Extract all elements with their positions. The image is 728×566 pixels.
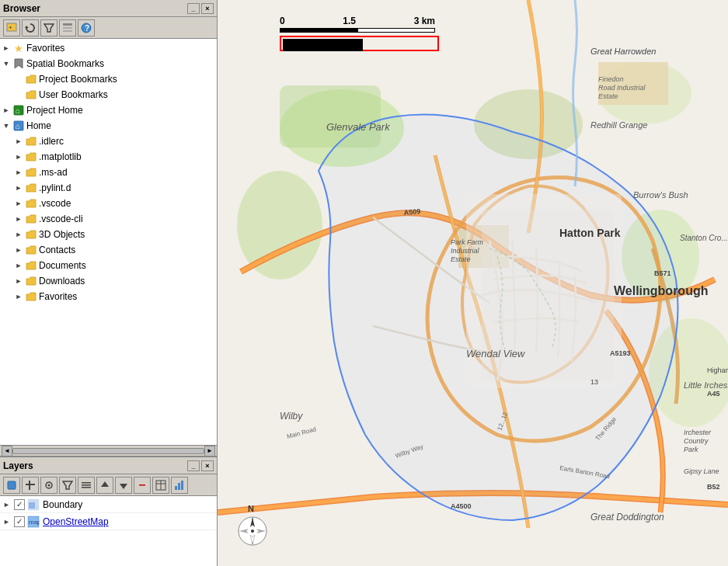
- label-vscode: .vscode: [39, 198, 71, 209]
- compass-rose: N: [233, 504, 272, 543]
- arrow-project-home[interactable]: ►: [0, 102, 12, 118]
- filter-btn[interactable]: [40, 19, 57, 36]
- browser-tree[interactable]: ► ★ Favorites ▼ Spatial Bookmarks: [0, 39, 217, 445]
- svg-text:?: ?: [85, 24, 89, 33]
- arrow-matplotlib[interactable]: ►: [12, 149, 25, 165]
- svg-text:Great Doddington: Great Doddington: [590, 512, 664, 523]
- layers-options-btn[interactable]: [78, 477, 95, 494]
- svg-text:Higham Road: Higham Road: [707, 366, 728, 374]
- label-favorites2: Favorites: [39, 291, 77, 302]
- svg-text:+: +: [9, 24, 12, 31]
- tree-item-documents[interactable]: ► Documents: [0, 258, 217, 273]
- layer-expand-osm[interactable]: ►: [3, 518, 14, 526]
- svg-text:⌂: ⌂: [16, 122, 20, 130]
- layers-header: Layers _ ×: [0, 457, 217, 474]
- arrow-documents[interactable]: ►: [12, 258, 25, 273]
- arrow-vscode-cli[interactable]: ►: [12, 211, 25, 227]
- scroll-left-btn[interactable]: ◄: [2, 446, 12, 457]
- browser-minimize-btn[interactable]: _: [187, 3, 200, 14]
- svg-rect-16: [29, 481, 30, 490]
- tree-item-project-bookmarks[interactable]: Project Bookmarks: [0, 71, 217, 87]
- svg-text:Country: Country: [684, 437, 709, 445]
- svg-text:Hatton Park: Hatton Park: [559, 227, 621, 239]
- folder-icon-vscode-cli: [25, 213, 37, 225]
- scale-labels: 0 1.5 3 km: [280, 16, 435, 26]
- browser-hscroll[interactable]: ◄ ►: [0, 445, 217, 456]
- layers-remove-btn[interactable]: [134, 477, 151, 494]
- svg-text:Irchester: Irchester: [684, 429, 712, 436]
- layers-open-btn[interactable]: [3, 477, 20, 494]
- svg-text:13: 13: [590, 378, 598, 386]
- layer-item-osm[interactable]: ► map OpenStreetMap: [0, 513, 217, 530]
- layer-item-boundary[interactable]: ► Boundary: [0, 496, 217, 513]
- arrow-idlerc[interactable]: ►: [12, 134, 25, 149]
- layers-close-btn[interactable]: ×: [201, 460, 214, 471]
- tree-item-vscode-cli[interactable]: ► .vscode-cli: [0, 211, 217, 227]
- svg-marker-23: [101, 481, 109, 487]
- label-spatial-bookmarks: Spatial Bookmarks: [26, 58, 104, 69]
- refresh-btn[interactable]: [22, 19, 39, 36]
- arrow-downloads[interactable]: ►: [12, 273, 25, 289]
- tree-item-matplotlib[interactable]: ► .matplotlib: [0, 149, 217, 165]
- tree-item-contacts[interactable]: ► Contacts: [0, 242, 217, 258]
- svg-text:Finedon: Finedon: [598, 75, 624, 83]
- scale-1-5: 1.5: [343, 16, 356, 26]
- tree-item-home[interactable]: ▼ ⌂ Home: [0, 118, 217, 134]
- svg-text:A45: A45: [707, 390, 720, 398]
- layers-show-all-btn[interactable]: [40, 477, 57, 494]
- scroll-right-btn[interactable]: ►: [204, 446, 215, 457]
- arrow-spatial-bookmarks[interactable]: ▼: [0, 56, 12, 71]
- layers-stats-btn[interactable]: [171, 477, 188, 494]
- arrow-favorites[interactable]: ►: [0, 40, 12, 56]
- arrow-user-bookmarks[interactable]: [12, 87, 25, 102]
- browser-close-btn[interactable]: ×: [201, 3, 214, 14]
- arrow-favorites2[interactable]: ►: [12, 289, 25, 304]
- svg-rect-33: [29, 502, 35, 509]
- tree-item-idlerc[interactable]: ► .idlerc: [0, 134, 217, 149]
- tree-item-spatial-bookmarks[interactable]: ▼ Spatial Bookmarks: [0, 56, 217, 71]
- tree-item-user-bookmarks[interactable]: User Bookmarks: [0, 87, 217, 102]
- tree-item-ms-ad[interactable]: ► .ms-ad: [0, 165, 217, 180]
- layers-move-down-btn[interactable]: [115, 477, 132, 494]
- svg-marker-2: [25, 26, 29, 28]
- layer-visibility-osm[interactable]: [14, 516, 25, 527]
- tree-item-project-home[interactable]: ► ⌂ Project Home: [0, 102, 217, 118]
- arrow-pylint[interactable]: ►: [12, 180, 25, 196]
- layers-add-btn[interactable]: [22, 477, 39, 494]
- add-btn[interactable]: +: [3, 19, 20, 36]
- left-panel: Browser _ × +: [0, 0, 218, 566]
- svg-text:Redhill Grange: Redhill Grange: [590, 120, 647, 130]
- tree-item-favorites[interactable]: ► ★ Favorites: [0, 40, 217, 56]
- arrow-3d-objects[interactable]: ►: [12, 227, 25, 242]
- scroll-track[interactable]: [12, 448, 204, 454]
- layer-expand-boundary[interactable]: ►: [3, 501, 14, 509]
- bookmark-icon: [12, 57, 25, 70]
- collapse-btn[interactable]: [59, 19, 76, 36]
- browser-panel: Browser _ × +: [0, 0, 217, 457]
- arrow-contacts[interactable]: ►: [12, 242, 25, 258]
- label-osm[interactable]: OpenStreetMap: [43, 516, 109, 527]
- layers-open-attr-btn[interactable]: [152, 477, 169, 494]
- arrow-home[interactable]: ▼: [0, 118, 12, 134]
- tree-item-downloads[interactable]: ► Downloads: [0, 273, 217, 289]
- help-btn[interactable]: ?: [78, 19, 95, 36]
- map-area[interactable]: A509 A5193 B571 A4500 Great Harrowden Fi…: [218, 0, 728, 566]
- svg-rect-5: [63, 27, 72, 29]
- svg-marker-19: [63, 481, 72, 489]
- label-contacts: Contacts: [39, 245, 75, 255]
- browser-title: Browser: [3, 3, 40, 14]
- arrow-ms-ad[interactable]: ►: [12, 165, 25, 180]
- layers-filter-btn[interactable]: [59, 477, 76, 494]
- arrow-project-bookmarks[interactable]: [12, 71, 25, 87]
- tree-item-3d-objects[interactable]: ► 3D Objects: [0, 227, 217, 242]
- svg-rect-21: [82, 484, 91, 486]
- svg-text:Glenvale Park: Glenvale Park: [326, 121, 391, 133]
- tree-item-vscode[interactable]: ► .vscode: [0, 196, 217, 211]
- arrow-vscode[interactable]: ►: [12, 196, 25, 211]
- tree-item-favorites2[interactable]: ► Favorites: [0, 289, 217, 304]
- layers-move-up-btn[interactable]: [96, 477, 113, 494]
- layers-minimize-btn[interactable]: _: [187, 460, 200, 471]
- svg-rect-22: [82, 487, 91, 488]
- layer-visibility-boundary[interactable]: [14, 499, 25, 510]
- tree-item-pylint[interactable]: ► .pylint.d: [0, 180, 217, 196]
